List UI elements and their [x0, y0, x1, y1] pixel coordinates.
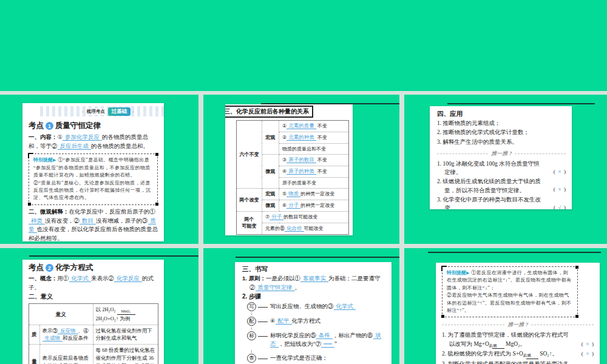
arrow-down-icon: ↓ — [250, 326, 385, 331]
list-item: 1. 推断物质的元素组成； — [437, 119, 566, 127]
table-row: 两个 可能变 ⑦分子的数目可能改变 — [237, 211, 349, 223]
table-cell: ⑥分子的种类一定改变 — [279, 200, 349, 211]
table-cell: 表示反应前后各物质之间的质量关系 — [39, 345, 93, 364]
answer-blank: 反应后生成 — [58, 143, 92, 150]
reaction-condition: 点燃 — [497, 344, 501, 348]
text: 物质的质量总和不变 — [282, 146, 326, 152]
text: 一查化学式是否正确； — [270, 355, 328, 361]
text: 1. 原则： — [242, 275, 266, 281]
text: 的种类一定改变 — [300, 191, 334, 197]
answer-blank: 配平 — [276, 317, 292, 325]
step-dash — [258, 322, 268, 322]
text: 不变 — [317, 123, 327, 129]
reaction-arrow: 点燃 — [492, 344, 504, 349]
chemical-formula: 2H₂O₂ — [102, 306, 115, 312]
step-dash — [258, 336, 268, 337]
content-paragraph: 一、内容：①参加化学反应的各物质的质量总和，等于②反应后生成的各物质的质量总和。 — [29, 133, 158, 150]
slide3-top-rule — [447, 103, 595, 104]
answer-blank: 原子的种类 — [287, 168, 316, 175]
text: 可能改变 — [304, 226, 324, 231]
row-divider-top — [0, 91, 607, 95]
kaodian-title: 质量守恒定律 — [55, 121, 101, 131]
text: 以 — [96, 306, 101, 312]
corner-square — [441, 315, 444, 318]
slide-1[interactable]: ‹ 梳理考点 过基础 › 考点 1 质量守恒定律 一、内容：①参加化学反应的各物… — [22, 103, 164, 241]
quiz-item: 2. 硫粉燃烧的化学方程式为 S+O₂点燃SO₂↑。 ( × ) — [442, 349, 594, 359]
judgement-mark: ( × ) — [589, 340, 594, 349]
special-reminder-box: 特别提醒▶ ①“参加反应”是基础。概念中明确指出是“参加反应”的各物质的质量总和… — [29, 153, 158, 204]
table-cell: 物质的质量总和不变 — [279, 143, 349, 154]
text: 二、微观解释： — [29, 208, 69, 215]
answer-blank: 化学式 — [334, 303, 356, 310]
judgement-mark: ( × ) — [561, 186, 566, 194]
text: 、④ — [78, 328, 89, 334]
slide-2[interactable]: 三、化学反应前后各种量的关系 六个不变 宏观 ①元素的质量 不变 ②元素的种类 … — [225, 104, 353, 235]
table-cell: 原子的质量不变 — [279, 177, 349, 188]
table-cell: 过氧化氢在催化剂作用下分解生成水和氧气 — [93, 325, 158, 345]
quiz-text: 3. 判断化学方程式是否配平的依据是看等号两边各种元素的原子总数是否相等。 — [442, 361, 569, 364]
table-cell: ①元素的质量 不变 — [279, 121, 349, 132]
row-key-cell: 质 — [29, 325, 40, 345]
step-check: 查 一查化学式是否正确； 二查是否配平； 三查生成物状态是否标注，标注是否 — [247, 354, 385, 364]
quiz-text: 1. 100g 冰融化变成 100g 水符合质量守恒定律。 — [437, 161, 540, 175]
step-annotate: 标 标明化学反应的⑤条件，标出产物的⑥状态，把短线改为“⑦══” — [247, 331, 385, 349]
text: 不变 — [317, 135, 327, 140]
quiz-label: 辨一辨 ? — [491, 150, 512, 158]
answer-blank: 反应物 — [58, 328, 78, 334]
text: ) — [561, 186, 566, 192]
column-divider-1 — [198, 95, 203, 364]
answer-blank: 条件 — [316, 332, 333, 339]
answer-blank: 参加化学反应 — [63, 133, 102, 141]
text: 在化学反应中，反应前后原子的① — [69, 209, 156, 215]
judgement-mark: ( √ ) — [561, 204, 566, 209]
subgroup-cell: 微观 — [262, 154, 279, 188]
text: 和反应条件 — [63, 335, 89, 341]
text: ) — [589, 341, 594, 347]
quiz-text: 2. 镁燃烧后生成氧化镁的质量大于镁的质量，所以不符合质量守恒定律。 — [437, 178, 541, 193]
text: 写出反应物、生成物的③ — [270, 303, 334, 309]
judgement-mark: ( × ) — [561, 168, 566, 177]
column-divider-2 — [399, 95, 404, 364]
row-divider-middle — [0, 244, 607, 248]
step-circle: 写 — [247, 302, 256, 311]
quiz-text: 3. 化学变化中原子的种类与数目不发生改变。 — [437, 197, 541, 209]
corner-square — [28, 203, 31, 206]
reminder-text: ②若反应物中无气体而生成物中有气体，则在生成物气体的右边标注“↑”。若反应物和生… — [447, 292, 572, 313]
table-cell: ④原子的种类 不变 — [279, 166, 349, 177]
quiz-text: MgO₂。 — [506, 341, 526, 347]
answer-blank: 生成物 — [42, 335, 63, 342]
reaction-arrow: MnO₂ — [117, 309, 135, 315]
answer-blank: 质量守恒定律 — [256, 284, 295, 291]
text: ① — [58, 134, 63, 140]
list-item: 2. 推断物质的化学式或化学计量数； — [437, 128, 566, 136]
list-item: 3. 解释生产生活中的质量关系。 — [437, 138, 566, 146]
table-row: 量 表示反应前后各物质之间的质量关系 每 68 份质量的过氧化氢在催化剂作用下分… — [29, 345, 158, 364]
group-cell: 两个 可能变 — [237, 211, 262, 234]
text: ) — [561, 169, 566, 175]
section-subtitle: 2. 步骤 — [242, 292, 385, 301]
play-icon: ▶ — [466, 271, 470, 275]
kaodian-label: 考点 — [29, 263, 44, 273]
slide-6[interactable]: 特别提醒▶ ①若反应在溶液中进行，生成物有固体，则在生成物沉淀的右边标注“↓”。… — [436, 263, 600, 364]
quiz-text: SO₂↑。 — [540, 351, 558, 357]
slide-5[interactable]: 三、书写 1. 原则：一是必须以①客观事实为基础；二是要遵守②质量守恒定律。 2… — [235, 262, 392, 364]
table-row: 两个改变 宏观 ⑤物质的种类一定改变 — [237, 188, 349, 200]
section-subtitle: 二、意义 — [29, 292, 158, 301]
section-ribbon: ‹ 梳理考点 过基础 › — [37, 106, 164, 116]
text: 也没有改变，所以化学反应前后各物质的质量总和必然相等。 — [29, 226, 158, 241]
slide-3[interactable]: 四、应用 1. 推断物质的元素组成； 2. 推断物质的化学式或化学计量数； 3.… — [430, 106, 572, 209]
reaction-condition: MnO₂ — [121, 309, 131, 314]
text: 不变 — [317, 157, 327, 163]
text: 一、概念： — [29, 275, 58, 281]
reminder-text: ②“质量总和”是核心。无论是参加反应的物质，还是反应后生成的物质，在计算时不能漏… — [33, 180, 151, 201]
kaodian-heading-2: 考点 2 化学方程式 — [29, 263, 158, 273]
ribbon-label: 梳理考点 — [86, 109, 106, 115]
text: 为例 — [120, 315, 130, 322]
slide6-top-rule — [428, 252, 601, 253]
table-row: 意义 以 2H₂O₂MnO₂2H₂O+O₂↑ 为例 — [29, 304, 158, 325]
answer-blank: 化合价 — [285, 225, 304, 232]
text: 原子的质量不变 — [282, 180, 316, 186]
step-write: 写 写出反应物、生成物的③化学式 — [247, 302, 385, 311]
special-reminder-box: 特别提醒▶ ①若反应在溶液中进行，生成物有固体，则在生成物沉淀的右边标注“↓”。… — [442, 266, 578, 317]
slide-4[interactable]: 考点 2 化学方程式 一、概念：用①化学式来表示②化学反应的式子。 二、意义 意… — [22, 260, 164, 364]
